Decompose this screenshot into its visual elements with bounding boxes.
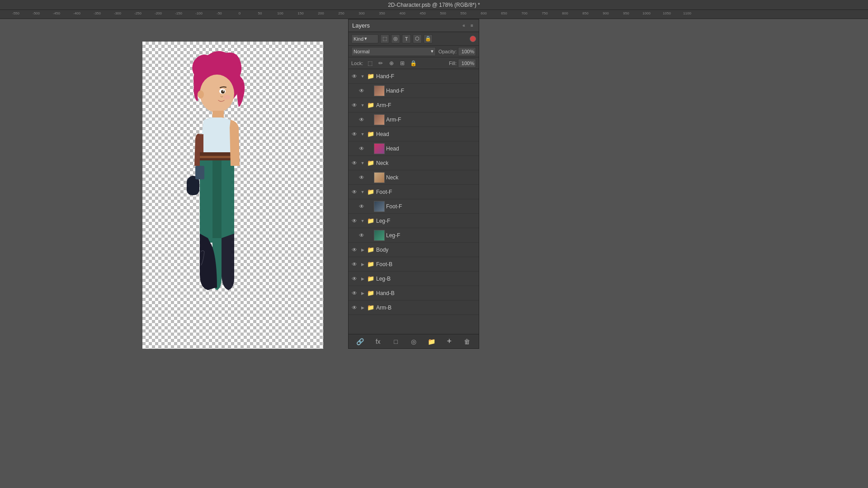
ruler-mark: -150 <box>175 11 182 15</box>
layer-visibility-toggle[interactable]: 👁 <box>358 174 366 182</box>
link-layers-button[interactable]: 🔗 <box>355 337 365 347</box>
layer-row[interactable]: 👁 ▶ 📁 Hand-B <box>349 286 479 300</box>
opacity-control: Opacity: <box>439 47 476 56</box>
layers-bottom-toolbar: 🔗 fx □ ◎ 📁 + 🗑 <box>349 334 479 348</box>
layer-expand-toggle[interactable]: ▶ <box>360 276 365 282</box>
layers-panel-collapse-button[interactable]: « <box>461 23 467 29</box>
layer-row[interactable]: 👁 ▶ 📁 Body <box>349 243 479 257</box>
blend-mode-row: Normal ▾ Opacity: <box>349 46 479 57</box>
layer-visibility-toggle[interactable]: 👁 <box>350 101 359 109</box>
layer-visibility-toggle[interactable]: 👁 <box>350 260 359 268</box>
filter-adjustment-button[interactable]: ◎ <box>391 34 400 43</box>
layer-name: Arm-F <box>386 117 477 123</box>
lock-all-button[interactable]: 🔒 <box>409 59 417 67</box>
layer-name: Neck <box>376 160 477 166</box>
layer-visibility-toggle[interactable]: 👁 <box>358 145 366 153</box>
layer-row[interactable]: 👁 Foot-F <box>349 199 479 214</box>
layer-visibility-toggle[interactable]: 👁 <box>358 87 366 95</box>
fill-label: Fill: <box>449 61 457 66</box>
layer-expand-toggle[interactable]: ▶ <box>360 247 365 253</box>
add-adjustment-button[interactable]: ◎ <box>409 337 419 347</box>
delete-layer-button[interactable]: 🗑 <box>462 337 472 347</box>
new-group-button[interactable]: 📁 <box>426 337 436 347</box>
layer-expand-toggle[interactable]: ▼ <box>360 74 365 79</box>
ruler-mark: -100 <box>195 11 203 15</box>
layers-panel-menu-button[interactable]: ≡ <box>469 23 475 29</box>
filter-type-button[interactable]: T <box>402 34 411 43</box>
layer-folder-icon: 📁 <box>367 275 375 282</box>
layer-row[interactable]: 👁 ▼ 📁 Head <box>349 127 479 141</box>
layer-visibility-toggle[interactable]: 👁 <box>350 246 359 254</box>
layer-row[interactable]: 👁 Leg-F <box>349 228 479 243</box>
lock-image-button[interactable]: ✏ <box>377 59 385 67</box>
layer-visibility-toggle[interactable]: 👁 <box>350 159 359 167</box>
layer-visibility-toggle[interactable]: 👁 <box>350 188 359 196</box>
layer-expand-toggle[interactable]: ▶ <box>360 305 365 310</box>
filter-toggle[interactable] <box>470 36 476 42</box>
layers-list[interactable]: 👁 ▼ 📁 Hand-F 👁 Hand-F 👁 ▼ 📁 Arm-F 👁 Arm-… <box>349 69 479 334</box>
add-mask-button[interactable]: □ <box>391 337 401 347</box>
lock-transparent-button[interactable]: ⬚ <box>366 59 374 67</box>
layer-expand-toggle[interactable]: ▶ <box>360 291 365 296</box>
ruler-mark: -300 <box>114 11 121 15</box>
layer-visibility-toggle[interactable]: 👁 <box>350 130 359 138</box>
filter-smart-button[interactable]: 🔒 <box>424 34 433 43</box>
svg-point-7 <box>223 95 231 99</box>
layer-row[interactable]: 👁 ▶ 📁 Leg-B <box>349 272 479 286</box>
ruler-mark: 50 <box>258 11 262 15</box>
ruler-mark: 0 <box>239 11 241 15</box>
filter-shape-button[interactable]: ⬡ <box>413 34 422 43</box>
layer-name: Foot-F <box>386 203 477 210</box>
layer-row[interactable]: 👁 ▶ 📁 Arm-B <box>349 300 479 315</box>
layer-visibility-toggle[interactable]: 👁 <box>358 116 366 124</box>
layer-row[interactable]: 👁 ▶ 📁 Foot-B <box>349 257 479 272</box>
filter-kind-dropdown[interactable]: Kind ▾ <box>351 34 378 43</box>
layer-row[interactable]: 👁 ▼ 📁 Arm-F <box>349 98 479 113</box>
ruler-mark: 250 <box>338 11 344 15</box>
layer-expand-toggle[interactable]: ▼ <box>360 189 365 195</box>
layer-row[interactable]: 👁 Neck <box>349 170 479 185</box>
layer-expand-toggle[interactable]: ▼ <box>360 131 365 137</box>
opacity-input[interactable] <box>458 47 476 56</box>
blend-mode-dropdown[interactable]: Normal ▾ <box>351 47 436 56</box>
layer-row[interactable]: 👁 Head <box>349 141 479 156</box>
opacity-label: Opacity: <box>439 49 457 54</box>
ruler-mark: 850 <box>582 11 588 15</box>
svg-rect-13 <box>195 166 204 179</box>
layer-folder-icon: 📁 <box>367 188 375 196</box>
layer-visibility-toggle[interactable]: 👁 <box>358 202 366 211</box>
layer-row[interactable]: 👁 ▼ 📁 Leg-F <box>349 214 479 228</box>
layer-expand-toggle[interactable]: ▶ <box>360 262 365 267</box>
svg-rect-10 <box>200 156 234 158</box>
new-layer-button[interactable]: + <box>444 337 454 347</box>
ruler-mark: 800 <box>562 11 568 15</box>
layer-row[interactable]: 👁 ▼ 📁 Hand-F <box>349 69 479 84</box>
ruler-mark: 750 <box>542 11 547 15</box>
layer-visibility-toggle[interactable]: 👁 <box>358 231 366 239</box>
ruler-mark: 1100 <box>683 11 691 15</box>
layer-visibility-toggle[interactable]: 👁 <box>350 72 359 80</box>
lock-position-button[interactable]: ⊕ <box>387 59 396 67</box>
document-canvas <box>142 42 323 349</box>
layer-expand-toggle[interactable]: ▼ <box>360 160 365 166</box>
layer-visibility-toggle[interactable]: 👁 <box>350 304 359 312</box>
filter-pixel-button[interactable]: ⬚ <box>380 34 389 43</box>
lock-artboard-button[interactable]: ⊞ <box>398 59 406 67</box>
layer-row[interactable]: 👁 Hand-F <box>349 84 479 98</box>
layer-thumbnail <box>374 172 385 183</box>
layer-row[interactable]: 👁 ▼ 📁 Foot-F <box>349 185 479 199</box>
layer-row[interactable]: 👁 Arm-F <box>349 113 479 127</box>
add-style-button[interactable]: fx <box>373 337 383 347</box>
layer-expand-toggle[interactable]: ▼ <box>360 103 365 108</box>
layer-visibility-toggle[interactable]: 👁 <box>350 275 359 283</box>
layer-visibility-toggle[interactable]: 👁 <box>350 289 359 297</box>
ruler-mark: -500 <box>33 11 40 15</box>
layer-name: Leg-F <box>386 232 477 239</box>
layer-visibility-toggle[interactable]: 👁 <box>350 217 359 225</box>
ruler-mark: 400 <box>399 11 405 15</box>
ruler-mark: 500 <box>440 11 446 15</box>
layer-expand-toggle[interactable]: ▼ <box>360 218 365 224</box>
layer-row[interactable]: 👁 ▼ 📁 Neck <box>349 156 479 170</box>
fill-input[interactable] <box>458 59 476 68</box>
layer-folder-icon: 📁 <box>367 290 375 297</box>
